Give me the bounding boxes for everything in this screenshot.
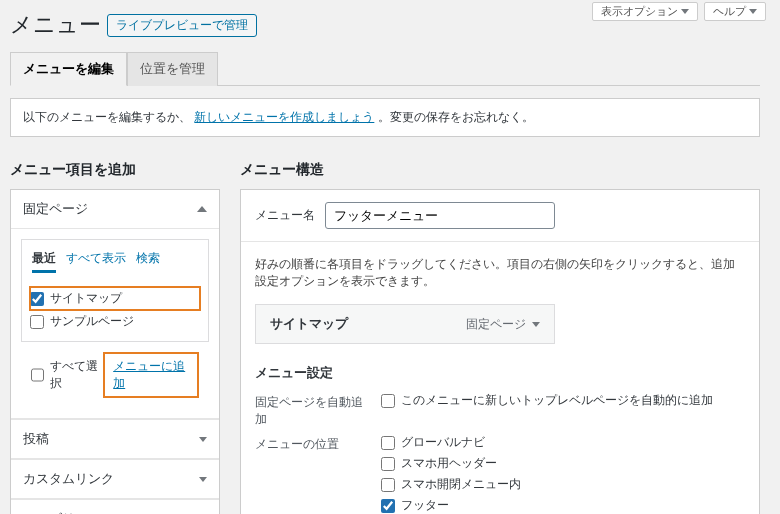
menu-item-title: サイトマップ [270, 315, 348, 333]
page-item-sitemap[interactable]: サイトマップ [30, 287, 200, 310]
location-footer[interactable]: フッター [381, 497, 521, 514]
auto-add-text: このメニューに新しいトップレベルページを自動的に追加 [401, 392, 713, 409]
location-sp-drawer-checkbox[interactable] [381, 478, 395, 492]
chevron-down-icon [199, 477, 207, 482]
page-item-sample-checkbox[interactable] [30, 315, 44, 329]
location-sp-header-text: スマホ用ヘッダー [401, 455, 497, 472]
help-button[interactable]: ヘルプ [704, 2, 766, 21]
menu-item-sitemap[interactable]: サイトマップ 固定ページ [255, 304, 555, 344]
accordion-categories-head[interactable]: カテゴリー [11, 499, 219, 514]
location-global-nav-text: グローバルナビ [401, 434, 485, 451]
live-preview-button[interactable]: ライブプレビューで管理 [107, 14, 257, 37]
add-items-accordion: 固定ページ 最近 すべて表示 検索 サイトマップ [10, 189, 220, 514]
menu-item-type-label: 固定ページ [466, 316, 526, 333]
accordion-pages-head[interactable]: 固定ページ [11, 190, 219, 229]
menu-name-label: メニュー名 [255, 207, 315, 224]
page-item-sitemap-label: サイトマップ [50, 290, 122, 307]
manage-bar-prefix: 以下のメニューを編集するか、 [23, 110, 191, 124]
menu-name-input[interactable] [325, 202, 555, 229]
manage-menu-bar: 以下のメニューを編集するか、 新しいメニューを作成しましょう 。変更の保存をお忘… [10, 98, 760, 137]
location-footer-text: フッター [401, 497, 449, 514]
accordion-categories-label: カテゴリー [23, 510, 88, 514]
create-new-menu-link[interactable]: 新しいメニューを作成しましょう [194, 110, 374, 124]
auto-add-checkbox[interactable] [381, 394, 395, 408]
pages-tab-search[interactable]: 検索 [136, 250, 160, 273]
location-global-nav[interactable]: グローバルナビ [381, 434, 521, 451]
location-footer-checkbox[interactable] [381, 499, 395, 513]
page-item-sample[interactable]: サンプルページ [30, 310, 200, 333]
location-sp-drawer[interactable]: スマホ開閉メニュー内 [381, 476, 521, 493]
chevron-up-icon [197, 206, 207, 212]
auto-add-label: 固定ページを自動追加 [255, 392, 365, 428]
add-to-menu-button[interactable]: メニューに追加 [113, 359, 185, 390]
chevron-down-icon [681, 9, 689, 14]
location-sp-header-checkbox[interactable] [381, 457, 395, 471]
tab-manage-locations[interactable]: 位置を管理 [127, 52, 218, 86]
accordion-custom-head[interactable]: カスタムリンク [11, 459, 219, 499]
location-global-nav-checkbox[interactable] [381, 436, 395, 450]
accordion-posts-head[interactable]: 投稿 [11, 419, 219, 459]
select-all-pages[interactable]: すべて選択 [31, 355, 103, 395]
chevron-down-icon [532, 322, 540, 327]
accordion-custom-label: カスタムリンク [23, 470, 114, 488]
menu-edit-panel: メニュー名 好みの順番に各項目をドラッグしてください。項目の右側の矢印をクリック… [240, 189, 760, 514]
menu-settings-title: メニュー設定 [255, 364, 745, 382]
add-items-title: メニュー項目を追加 [10, 161, 220, 179]
location-sp-drawer-text: スマホ開閉メニュー内 [401, 476, 521, 493]
pages-tab-all[interactable]: すべて表示 [66, 250, 126, 273]
screen-options-button[interactable]: 表示オプション [592, 2, 698, 21]
pages-tab-recent[interactable]: 最近 [32, 250, 56, 273]
add-to-menu-wrap: メニューに追加 [103, 352, 199, 398]
accordion-pages-label: 固定ページ [23, 200, 88, 218]
location-sp-header[interactable]: スマホ用ヘッダー [381, 455, 521, 472]
tab-edit-menus[interactable]: メニューを編集 [10, 52, 127, 86]
chevron-down-icon [749, 9, 757, 14]
location-label: メニューの位置 [255, 434, 365, 453]
help-label: ヘルプ [713, 4, 746, 19]
accordion-posts-label: 投稿 [23, 430, 49, 448]
chevron-down-icon [199, 437, 207, 442]
menu-structure-title: メニュー構造 [240, 161, 760, 179]
auto-add-option[interactable]: このメニューに新しいトップレベルページを自動的に追加 [381, 392, 713, 409]
select-all-pages-label: すべて選択 [50, 358, 103, 392]
page-item-sample-label: サンプルページ [50, 313, 134, 330]
manage-bar-suffix: 。変更の保存をお忘れなく。 [378, 110, 534, 124]
screen-options-label: 表示オプション [601, 4, 678, 19]
nav-tabs: メニューを編集 位置を管理 [10, 52, 760, 86]
select-all-pages-checkbox[interactable] [31, 368, 44, 382]
menu-hint: 好みの順番に各項目をドラッグしてください。項目の右側の矢印をクリックすると、追加… [255, 256, 745, 290]
page-item-sitemap-checkbox[interactable] [30, 292, 44, 306]
accordion-pages-body: 最近 すべて表示 検索 サイトマップ サンプルページ [11, 229, 219, 419]
page-title: メニュー [10, 10, 101, 40]
